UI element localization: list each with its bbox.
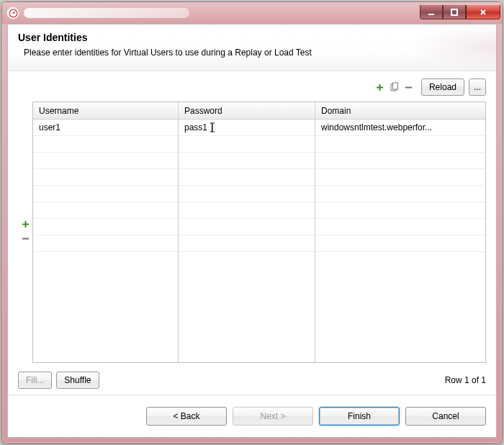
wizard-header: User Identities Please enter identities … [8,24,496,71]
cancel-button[interactable]: Cancel [405,407,486,426]
back-button[interactable]: < Back [146,407,227,426]
column-password[interactable]: Password [179,102,315,120]
table-row[interactable]: user1 pass1 windowsntlmtest.webperfor... [33,120,485,136]
row-status: Row 1 of 1 [445,375,486,385]
remove-row-icon[interactable] [22,235,30,245]
next-button[interactable]: Next > [233,407,313,426]
svg-point-1 [12,12,14,14]
text-cursor-icon [210,122,215,132]
svg-rect-9 [392,83,397,89]
titlebar[interactable] [2,2,502,24]
shuffle-button[interactable]: Shuffle [56,372,99,389]
dialog-window: User Identities Please enter identities … [1,1,503,444]
title-text [24,8,189,18]
toolbar: Reload ... [18,78,486,96]
column-domain[interactable]: Domain [315,102,485,120]
fill-button[interactable]: Fill... [18,372,52,389]
maximize-button[interactable] [443,5,466,19]
svg-rect-3 [451,9,457,15]
add-icon[interactable] [374,81,387,94]
cell-username[interactable]: user1 [33,120,179,136]
reload-button[interactable]: Reload [421,78,464,96]
cell-password[interactable]: pass1 [179,120,315,136]
copy-icon[interactable] [388,81,401,94]
cell-domain[interactable]: windowsntlmtest.webperfor... [315,120,485,136]
add-row-icon[interactable] [22,220,30,230]
browse-button[interactable]: ... [469,78,486,96]
remove-icon[interactable] [402,81,415,94]
column-username[interactable]: Username [33,102,179,120]
wizard-buttons: < Back Next > Finish Cancel [8,395,496,437]
app-icon [6,6,19,19]
minimize-button[interactable] [420,5,443,19]
identities-table[interactable]: Username Password Domain user1 pass1 win… [32,102,486,363]
finish-button[interactable]: Finish [319,407,400,426]
close-button[interactable] [466,5,500,19]
